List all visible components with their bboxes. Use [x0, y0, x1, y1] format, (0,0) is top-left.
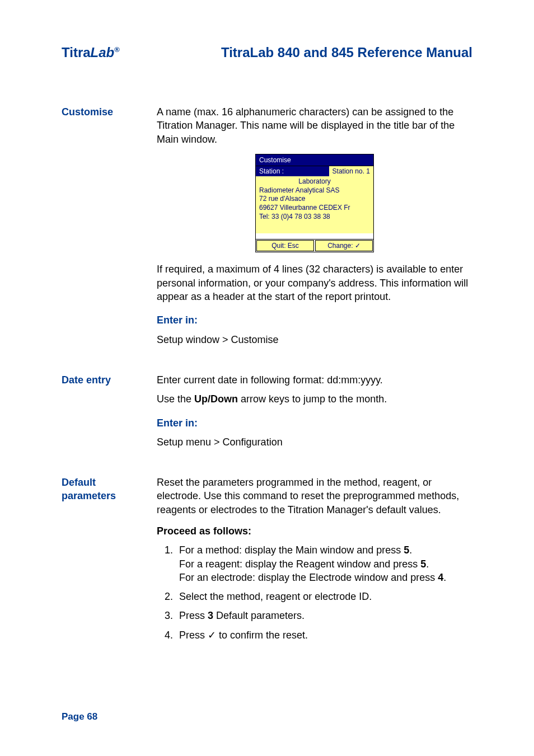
- section-body-customise: A name (max. 16 alphanumeric characters)…: [157, 105, 472, 352]
- date-entry-para2-pre: Use the: [157, 393, 194, 405]
- customise-para1: A name (max. 16 alphanumeric characters)…: [157, 105, 472, 146]
- section-label-customise: Customise: [62, 105, 157, 352]
- device-change-button: Change: ✓: [315, 240, 373, 251]
- device-quit-button: Quit: Esc: [256, 240, 314, 251]
- section-body-date-entry: Enter current date in following format: …: [157, 373, 472, 454]
- section-label-default-parameters: Default parameters: [62, 476, 157, 647]
- brand-logo: TitraLab®: [62, 45, 120, 60]
- step-1: For a method: display the Main window an…: [176, 543, 472, 584]
- step1-b-bold: 5: [420, 558, 426, 570]
- step-2: Select the method, reagent or electrode …: [176, 590, 472, 603]
- manual-title: TitraLab 840 and 845 Reference Manual: [221, 45, 472, 60]
- default-para1: Reset the parameters programmed in the m…: [157, 476, 472, 516]
- section-date-entry: Date entry Enter current date in followi…: [62, 373, 472, 454]
- device-station-row: Station : Station no. 1: [256, 166, 373, 176]
- proceed-label: Proceed as follows:: [157, 524, 472, 538]
- device-screenshot: Customise Station : Station no. 1 Labora…: [255, 154, 374, 253]
- step1-b-end: .: [426, 558, 429, 570]
- step1-c-bold: 4: [438, 572, 443, 583]
- device-line3: 69627 Villeurbanne CEDEX Fr: [259, 204, 370, 213]
- device-line1: Radiometer Analytical SAS: [259, 186, 370, 195]
- step1-a-end: .: [409, 544, 412, 556]
- device-line2: 72 rue d'Alsace: [259, 195, 370, 204]
- device-station-value: Station no. 1: [329, 166, 373, 176]
- step1-c: For an electrode: display the Electrode …: [179, 572, 438, 583]
- enter-in-label-1: Enter in:: [157, 313, 472, 327]
- section-label-date-entry: Date entry: [62, 373, 157, 454]
- step1-b: For a reagent: display the Reagent windo…: [179, 558, 420, 570]
- device-line4: Tel: 33 (0)4 78 03 38 38: [259, 213, 370, 222]
- device-body: Laboratory Radiometer Analytical SAS 72 …: [256, 176, 373, 233]
- section-customise: Customise A name (max. 16 alphanumeric c…: [62, 105, 472, 352]
- step1-a-bold: 5: [404, 544, 409, 556]
- device-blank: [256, 233, 373, 239]
- brand-lab: Lab: [91, 45, 115, 60]
- device-footer: Quit: Esc Change: ✓: [256, 239, 373, 252]
- customise-para2: If required, a maximum of 4 lines (32 ch…: [157, 262, 472, 303]
- page-header: TitraLab® TitraLab 840 and 845 Reference…: [62, 45, 472, 60]
- date-entry-para2-bold: Up/Down: [194, 393, 238, 405]
- step4-post: to confirm the reset.: [216, 630, 308, 641]
- enter-in-path-1: Setup window > Customise: [157, 333, 472, 346]
- section-default-parameters: Default parameters Reset the parameters …: [62, 476, 472, 647]
- check-icon: ✓: [208, 630, 216, 641]
- step3-bold: 3: [208, 610, 213, 621]
- page-number: Page 68: [62, 711, 97, 722]
- brand-titra: Titra: [62, 45, 91, 60]
- proceed-steps: For a method: display the Main window an…: [157, 543, 472, 642]
- default-label-line1: Default: [62, 477, 96, 488]
- date-entry-para2: Use the Up/Down arrow keys to jump to th…: [157, 392, 472, 406]
- section-body-default-parameters: Reset the parameters programmed in the m…: [157, 476, 472, 647]
- step3-pre: Press: [179, 610, 208, 621]
- device-screenshot-wrap: Customise Station : Station no. 1 Labora…: [157, 154, 472, 253]
- step1-a: For a method: display the Main window an…: [179, 544, 404, 556]
- registered-icon: ®: [114, 45, 120, 54]
- device-line-center: Laboratory: [259, 177, 370, 186]
- step3-post: Default parameters.: [213, 610, 305, 621]
- page: TitraLab® TitraLab 840 and 845 Reference…: [0, 0, 534, 756]
- enter-in-path-2: Setup menu > Configuration: [157, 435, 472, 449]
- step-3: Press 3 Default parameters.: [176, 609, 472, 622]
- step4-pre: Press: [179, 630, 208, 641]
- step1-c-end: .: [443, 572, 446, 583]
- step-4: Press ✓ to confirm the reset.: [176, 628, 472, 642]
- default-label-line2: parameters: [62, 490, 116, 501]
- enter-in-label-2: Enter in:: [157, 416, 472, 430]
- device-station-label: Station :: [256, 166, 287, 176]
- device-title: Customise: [256, 154, 373, 166]
- date-entry-para2-post: arrow keys to jump to the month.: [238, 393, 387, 405]
- date-entry-para1: Enter current date in following format: …: [157, 373, 472, 387]
